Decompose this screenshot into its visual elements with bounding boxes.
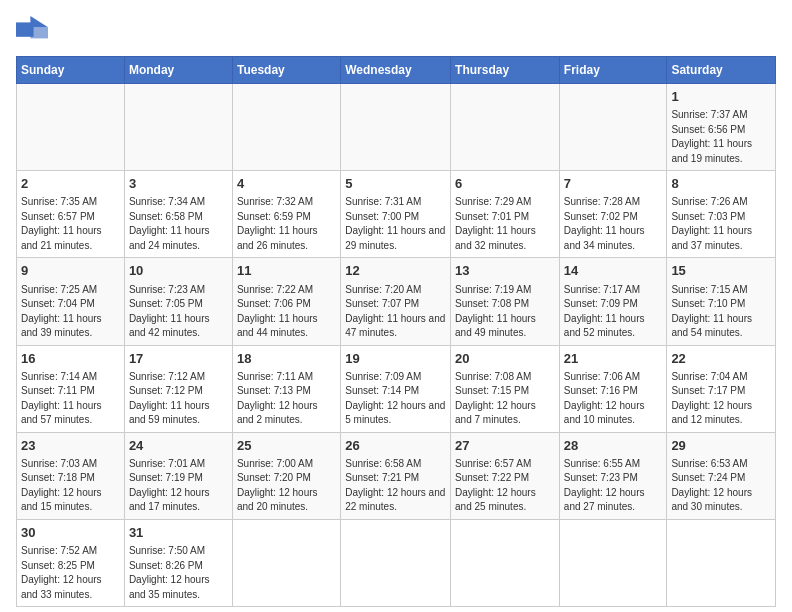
day-number: 20 — [455, 350, 555, 368]
day-info: Sunrise: 7:19 AM Sunset: 7:08 PM Dayligh… — [455, 283, 555, 341]
day-info: Sunrise: 7:15 AM Sunset: 7:10 PM Dayligh… — [671, 283, 771, 341]
calendar-cell: 7Sunrise: 7:28 AM Sunset: 7:02 PM Daylig… — [559, 171, 667, 258]
day-number: 9 — [21, 262, 120, 280]
calendar-cell: 5Sunrise: 7:31 AM Sunset: 7:00 PM Daylig… — [341, 171, 451, 258]
day-info: Sunrise: 7:04 AM Sunset: 7:17 PM Dayligh… — [671, 370, 771, 428]
calendar-cell — [559, 84, 667, 171]
calendar-cell — [451, 519, 560, 606]
calendar-cell: 20Sunrise: 7:08 AM Sunset: 7:15 PM Dayli… — [451, 345, 560, 432]
calendar-cell: 25Sunrise: 7:00 AM Sunset: 7:20 PM Dayli… — [232, 432, 340, 519]
day-info: Sunrise: 7:20 AM Sunset: 7:07 PM Dayligh… — [345, 283, 446, 341]
day-info: Sunrise: 7:00 AM Sunset: 7:20 PM Dayligh… — [237, 457, 336, 515]
calendar-cell: 24Sunrise: 7:01 AM Sunset: 7:19 PM Dayli… — [124, 432, 232, 519]
day-info: Sunrise: 7:37 AM Sunset: 6:56 PM Dayligh… — [671, 108, 771, 166]
day-info: Sunrise: 7:17 AM Sunset: 7:09 PM Dayligh… — [564, 283, 663, 341]
day-number: 25 — [237, 437, 336, 455]
calendar-cell: 14Sunrise: 7:17 AM Sunset: 7:09 PM Dayli… — [559, 258, 667, 345]
calendar-cell: 1Sunrise: 7:37 AM Sunset: 6:56 PM Daylig… — [667, 84, 776, 171]
day-number: 5 — [345, 175, 446, 193]
day-of-week-header: Sunday — [17, 57, 125, 84]
day-of-week-header: Monday — [124, 57, 232, 84]
day-info: Sunrise: 7:50 AM Sunset: 8:26 PM Dayligh… — [129, 544, 228, 602]
day-info: Sunrise: 6:53 AM Sunset: 7:24 PM Dayligh… — [671, 457, 771, 515]
day-info: Sunrise: 7:32 AM Sunset: 6:59 PM Dayligh… — [237, 195, 336, 253]
calendar-cell — [341, 84, 451, 171]
calendar-cell: 22Sunrise: 7:04 AM Sunset: 7:17 PM Dayli… — [667, 345, 776, 432]
day-info: Sunrise: 7:26 AM Sunset: 7:03 PM Dayligh… — [671, 195, 771, 253]
day-info: Sunrise: 7:01 AM Sunset: 7:19 PM Dayligh… — [129, 457, 228, 515]
day-number: 30 — [21, 524, 120, 542]
day-info: Sunrise: 7:06 AM Sunset: 7:16 PM Dayligh… — [564, 370, 663, 428]
day-info: Sunrise: 7:52 AM Sunset: 8:25 PM Dayligh… — [21, 544, 120, 602]
calendar-cell: 9Sunrise: 7:25 AM Sunset: 7:04 PM Daylig… — [17, 258, 125, 345]
day-of-week-header: Friday — [559, 57, 667, 84]
calendar-cell: 16Sunrise: 7:14 AM Sunset: 7:11 PM Dayli… — [17, 345, 125, 432]
day-number: 3 — [129, 175, 228, 193]
day-info: Sunrise: 6:58 AM Sunset: 7:21 PM Dayligh… — [345, 457, 446, 515]
day-info: Sunrise: 6:55 AM Sunset: 7:23 PM Dayligh… — [564, 457, 663, 515]
day-number: 28 — [564, 437, 663, 455]
calendar-cell: 3Sunrise: 7:34 AM Sunset: 6:58 PM Daylig… — [124, 171, 232, 258]
calendar-cell: 8Sunrise: 7:26 AM Sunset: 7:03 PM Daylig… — [667, 171, 776, 258]
calendar-cell: 6Sunrise: 7:29 AM Sunset: 7:01 PM Daylig… — [451, 171, 560, 258]
day-number: 19 — [345, 350, 446, 368]
day-number: 31 — [129, 524, 228, 542]
calendar-body: 1Sunrise: 7:37 AM Sunset: 6:56 PM Daylig… — [17, 84, 776, 607]
calendar-cell: 15Sunrise: 7:15 AM Sunset: 7:10 PM Dayli… — [667, 258, 776, 345]
day-number: 14 — [564, 262, 663, 280]
day-info: Sunrise: 7:35 AM Sunset: 6:57 PM Dayligh… — [21, 195, 120, 253]
day-number: 24 — [129, 437, 228, 455]
calendar-cell — [232, 84, 340, 171]
day-info: Sunrise: 6:57 AM Sunset: 7:22 PM Dayligh… — [455, 457, 555, 515]
day-number: 16 — [21, 350, 120, 368]
calendar-cell: 23Sunrise: 7:03 AM Sunset: 7:18 PM Dayli… — [17, 432, 125, 519]
calendar-cell — [559, 519, 667, 606]
calendar-cell: 21Sunrise: 7:06 AM Sunset: 7:16 PM Dayli… — [559, 345, 667, 432]
day-number: 26 — [345, 437, 446, 455]
calendar-cell: 26Sunrise: 6:58 AM Sunset: 7:21 PM Dayli… — [341, 432, 451, 519]
calendar-cell: 29Sunrise: 6:53 AM Sunset: 7:24 PM Dayli… — [667, 432, 776, 519]
svg-marker-2 — [30, 27, 48, 38]
calendar-header: SundayMondayTuesdayWednesdayThursdayFrid… — [17, 57, 776, 84]
day-number: 8 — [671, 175, 771, 193]
svg-marker-1 — [30, 16, 48, 27]
calendar-week-row: 9Sunrise: 7:25 AM Sunset: 7:04 PM Daylig… — [17, 258, 776, 345]
day-number: 29 — [671, 437, 771, 455]
day-number: 17 — [129, 350, 228, 368]
calendar-cell: 17Sunrise: 7:12 AM Sunset: 7:12 PM Dayli… — [124, 345, 232, 432]
calendar-cell: 2Sunrise: 7:35 AM Sunset: 6:57 PM Daylig… — [17, 171, 125, 258]
day-number: 10 — [129, 262, 228, 280]
day-number: 21 — [564, 350, 663, 368]
day-number: 23 — [21, 437, 120, 455]
calendar-cell — [17, 84, 125, 171]
day-number: 6 — [455, 175, 555, 193]
calendar-cell — [667, 519, 776, 606]
calendar-week-row: 30Sunrise: 7:52 AM Sunset: 8:25 PM Dayli… — [17, 519, 776, 606]
day-number: 2 — [21, 175, 120, 193]
day-info: Sunrise: 7:12 AM Sunset: 7:12 PM Dayligh… — [129, 370, 228, 428]
calendar-cell: 12Sunrise: 7:20 AM Sunset: 7:07 PM Dayli… — [341, 258, 451, 345]
calendar-cell: 11Sunrise: 7:22 AM Sunset: 7:06 PM Dayli… — [232, 258, 340, 345]
header — [16, 16, 776, 44]
logo-icon — [16, 16, 48, 44]
day-number: 1 — [671, 88, 771, 106]
day-of-week-header: Thursday — [451, 57, 560, 84]
day-number: 11 — [237, 262, 336, 280]
day-info: Sunrise: 7:29 AM Sunset: 7:01 PM Dayligh… — [455, 195, 555, 253]
day-number: 4 — [237, 175, 336, 193]
calendar-week-row: 23Sunrise: 7:03 AM Sunset: 7:18 PM Dayli… — [17, 432, 776, 519]
calendar-table: SundayMondayTuesdayWednesdayThursdayFrid… — [16, 56, 776, 607]
calendar-week-row: 2Sunrise: 7:35 AM Sunset: 6:57 PM Daylig… — [17, 171, 776, 258]
calendar-cell: 13Sunrise: 7:19 AM Sunset: 7:08 PM Dayli… — [451, 258, 560, 345]
day-number: 7 — [564, 175, 663, 193]
calendar-cell: 28Sunrise: 6:55 AM Sunset: 7:23 PM Dayli… — [559, 432, 667, 519]
calendar-cell: 10Sunrise: 7:23 AM Sunset: 7:05 PM Dayli… — [124, 258, 232, 345]
day-number: 22 — [671, 350, 771, 368]
day-info: Sunrise: 7:08 AM Sunset: 7:15 PM Dayligh… — [455, 370, 555, 428]
calendar-cell: 4Sunrise: 7:32 AM Sunset: 6:59 PM Daylig… — [232, 171, 340, 258]
day-info: Sunrise: 7:22 AM Sunset: 7:06 PM Dayligh… — [237, 283, 336, 341]
calendar-cell: 27Sunrise: 6:57 AM Sunset: 7:22 PM Dayli… — [451, 432, 560, 519]
day-info: Sunrise: 7:28 AM Sunset: 7:02 PM Dayligh… — [564, 195, 663, 253]
day-info: Sunrise: 7:31 AM Sunset: 7:00 PM Dayligh… — [345, 195, 446, 253]
calendar-cell: 18Sunrise: 7:11 AM Sunset: 7:13 PM Dayli… — [232, 345, 340, 432]
